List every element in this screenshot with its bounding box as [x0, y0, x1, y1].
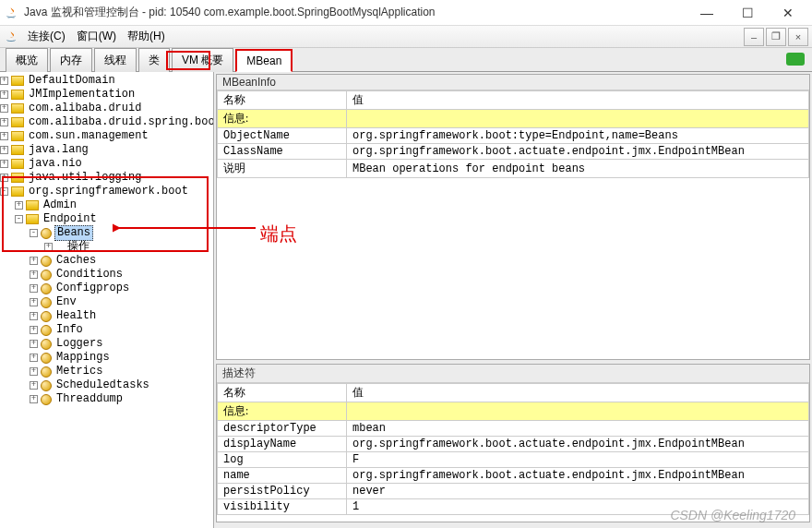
- main-area: +DefaultDomain+JMImplementation+com.alib…: [0, 72, 812, 528]
- tree-node[interactable]: +java.util.logging: [0, 171, 213, 185]
- tree-node[interactable]: +Mappings: [0, 351, 213, 365]
- collapse-icon[interactable]: -: [0, 187, 8, 196]
- tree-node[interactable]: +com.alibaba.druid: [0, 102, 213, 115]
- collapse-icon[interactable]: -: [30, 229, 38, 237]
- tree-node[interactable]: +java.lang: [0, 143, 213, 157]
- bean-icon: [41, 339, 52, 350]
- table-row[interactable]: descriptorTypembean: [218, 421, 809, 437]
- tab-overview[interactable]: 概览: [6, 48, 48, 72]
- table-row[interactable]: ObjectNameorg.springframework.boot:type=…: [218, 128, 809, 144]
- bean-icon: [41, 380, 52, 391]
- folder-icon: [11, 145, 24, 155]
- col-value: 值: [347, 91, 809, 110]
- tree-node[interactable]: +Admin: [0, 198, 213, 212]
- bean-icon: [41, 325, 52, 336]
- expand-icon[interactable]: +: [30, 284, 38, 293]
- close-button[interactable]: ✕: [768, 0, 808, 26]
- tree-node[interactable]: +Conditions: [0, 268, 213, 282]
- expand-icon[interactable]: +: [30, 340, 38, 348]
- tree-node[interactable]: +操作: [0, 240, 213, 254]
- expand-icon[interactable]: +: [0, 77, 8, 85]
- tree-node[interactable]: +com.sun.management: [0, 129, 213, 143]
- tree-node[interactable]: +java.nio: [0, 157, 213, 171]
- plugin-icon: [786, 53, 805, 66]
- mbeaninfo-panel: MBeanInfo 名称值 信息: ObjectNameorg.springfr…: [216, 74, 810, 360]
- folder-icon: [11, 131, 24, 141]
- expand-icon[interactable]: +: [30, 381, 38, 390]
- tree-node[interactable]: +Health: [0, 309, 213, 323]
- bean-icon: [41, 228, 52, 239]
- expand-icon[interactable]: +: [44, 243, 53, 251]
- expand-icon[interactable]: +: [0, 90, 8, 99]
- menu-bar: 连接(C) 窗口(W) 帮助(H) – ❐ ×: [0, 26, 812, 48]
- java-icon: [4, 6, 18, 20]
- tab-memory[interactable]: 内存: [50, 48, 92, 72]
- expand-icon[interactable]: +: [30, 395, 38, 403]
- expand-icon[interactable]: +: [30, 367, 38, 376]
- tree-node[interactable]: +Scheduledtasks: [0, 378, 213, 392]
- tab-mbean[interactable]: MBean: [235, 49, 293, 72]
- mbean-tree[interactable]: +DefaultDomain+JMImplementation+com.alib…: [0, 72, 214, 528]
- expand-icon[interactable]: +: [0, 146, 8, 154]
- tree-node[interactable]: +Env: [0, 295, 213, 309]
- tree-node[interactable]: +Metrics: [0, 365, 213, 378]
- col-name: 名称: [218, 384, 347, 402]
- expand-icon[interactable]: +: [0, 118, 8, 126]
- descriptor-table: 名称值 信息: descriptorTypembeandisplayNameor…: [217, 383, 809, 515]
- expand-icon[interactable]: +: [0, 132, 8, 140]
- expand-icon[interactable]: +: [30, 354, 38, 362]
- table-row[interactable]: nameorg.springframework.boot.actuate.end…: [218, 468, 809, 484]
- panel-title: MBeanInfo: [217, 75, 809, 90]
- minimize-button[interactable]: —: [687, 0, 727, 26]
- expand-icon[interactable]: +: [0, 174, 8, 182]
- col-value: 值: [347, 384, 809, 402]
- expand-icon[interactable]: +: [30, 270, 38, 279]
- minimize-internal-button[interactable]: –: [744, 28, 764, 46]
- expand-icon[interactable]: +: [15, 201, 23, 210]
- expand-icon[interactable]: +: [0, 104, 8, 113]
- title-bar: Java 监视和管理控制台 - pid: 10540 com.example.b…: [0, 0, 812, 26]
- expand-icon[interactable]: +: [30, 312, 38, 320]
- tree-node[interactable]: +com.alibaba.druid.spring.boot.a: [0, 115, 213, 129]
- tree-node[interactable]: +Info: [0, 323, 213, 337]
- bean-icon: [41, 283, 52, 294]
- table-row[interactable]: persistPolicynever: [218, 484, 809, 499]
- tree-node[interactable]: +Caches: [0, 254, 213, 268]
- expand-icon[interactable]: +: [30, 298, 38, 306]
- tree-node[interactable]: +Threaddump: [0, 392, 213, 406]
- bean-icon: [41, 297, 52, 308]
- tree-node[interactable]: +DefaultDomain: [0, 74, 213, 88]
- tab-vm-summary[interactable]: VM 概要: [172, 48, 233, 72]
- menu-window[interactable]: 窗口(W): [71, 27, 122, 46]
- folder-icon: [11, 103, 24, 114]
- tree-node-selected[interactable]: -Beans: [0, 226, 213, 240]
- folder-icon: [11, 117, 24, 127]
- tree-node[interactable]: +Configprops: [0, 282, 213, 295]
- restore-internal-button[interactable]: ❐: [766, 28, 786, 46]
- window-title: Java 监视和管理控制台 - pid: 10540 com.example.b…: [24, 5, 687, 20]
- bean-icon: [41, 270, 52, 281]
- descriptor-panel: 描述符 名称值 信息: descriptorTypembeandisplayNa…: [216, 364, 810, 522]
- bean-icon: [41, 256, 52, 267]
- expand-icon[interactable]: +: [0, 160, 8, 168]
- tree-node[interactable]: +JMImplementation: [0, 88, 213, 102]
- table-row[interactable]: ClassNameorg.springframework.boot.actuat…: [218, 144, 809, 160]
- tree-node[interactable]: -org.springframework.boot: [0, 185, 213, 198]
- close-internal-button[interactable]: ×: [788, 28, 808, 46]
- tree-node[interactable]: -Endpoint: [0, 212, 213, 226]
- tab-threads[interactable]: 线程: [94, 48, 137, 72]
- table-row[interactable]: logF: [218, 452, 809, 468]
- menu-help[interactable]: 帮助(H): [122, 27, 171, 46]
- table-row[interactable]: 说明MBean operations for endpoint beans: [218, 160, 809, 178]
- folder-icon: [11, 173, 24, 183]
- bean-icon: [41, 311, 52, 322]
- watermark: CSDN @Keeling1720: [670, 508, 795, 522]
- expand-icon[interactable]: +: [30, 326, 38, 334]
- maximize-button[interactable]: ☐: [727, 0, 768, 26]
- tree-node[interactable]: +Loggers: [0, 337, 213, 351]
- collapse-icon[interactable]: -: [15, 215, 23, 223]
- tab-classes[interactable]: 类: [138, 48, 170, 72]
- table-row[interactable]: displayNameorg.springframework.boot.actu…: [218, 437, 809, 452]
- expand-icon[interactable]: +: [30, 257, 38, 265]
- menu-connect[interactable]: 连接(C): [22, 27, 71, 46]
